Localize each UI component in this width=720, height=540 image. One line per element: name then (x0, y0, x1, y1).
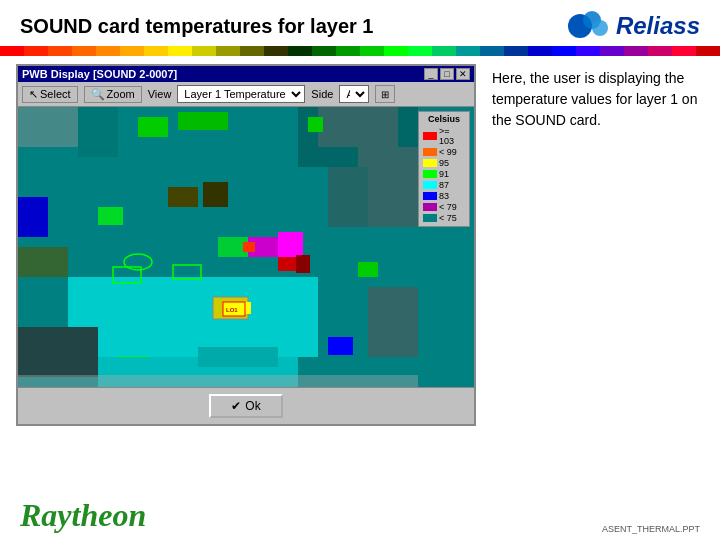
raytheon-logo: Raytheon (20, 497, 146, 534)
pcb-svg: LO1 (18, 107, 474, 387)
svg-rect-15 (68, 277, 318, 357)
pwb-bottom-bar: ✔ Ok (18, 387, 474, 424)
titlebar-buttons: _ □ ✕ (424, 68, 470, 80)
logo-circles (568, 10, 612, 42)
svg-rect-32 (308, 117, 323, 132)
legend-label-4: 91 (439, 169, 449, 179)
legend-color-6 (423, 192, 437, 200)
svg-rect-8 (178, 112, 228, 130)
svg-text:LO1: LO1 (226, 307, 238, 313)
pcb-display-area: LO1 (18, 107, 474, 387)
legend-color-4 (423, 170, 437, 178)
pwb-toolbar: ↖ Select 🔍 Zoom View Layer 1 Temperature… (18, 82, 474, 107)
zoom-icon: 🔍 (91, 88, 105, 101)
legend-label-8: < 75 (439, 213, 457, 223)
svg-point-2 (592, 20, 608, 36)
svg-rect-5 (18, 107, 78, 147)
logo-graphic (568, 10, 612, 42)
svg-rect-6 (78, 107, 118, 157)
legend-label-2: < 99 (439, 147, 457, 157)
legend-color-7 (423, 203, 437, 211)
legend-color-3 (423, 159, 437, 167)
svg-rect-35 (198, 347, 278, 367)
close-button[interactable]: ✕ (456, 68, 470, 80)
side-select[interactable]: A (339, 85, 369, 103)
legend-label-6: 83 (439, 191, 449, 201)
divider-bar (0, 46, 720, 56)
svg-rect-36 (278, 257, 296, 271)
legend-item-6: 83 (423, 191, 465, 201)
color-legend: Celsius >= 103 < 99 95 91 (418, 111, 470, 227)
reliass-logo: Reliass (568, 10, 700, 42)
svg-rect-28 (328, 337, 353, 355)
legend-title: Celsius (423, 114, 465, 124)
legend-item-8: < 75 (423, 213, 465, 223)
side-label: Side (311, 88, 333, 100)
page-header: SOUND card temperatures for layer 1 Reli… (0, 0, 720, 46)
svg-rect-16 (168, 187, 198, 207)
minimize-button[interactable]: _ (424, 68, 438, 80)
checkmark-icon: ✔ (231, 399, 241, 413)
legend-item-4: 91 (423, 169, 465, 179)
legend-item-1: >= 103 (423, 126, 465, 146)
legend-label-1: >= 103 (439, 126, 465, 146)
svg-rect-9 (18, 197, 48, 237)
legend-label-7: < 79 (439, 202, 457, 212)
legend-item-5: 87 (423, 180, 465, 190)
svg-rect-4 (318, 107, 398, 147)
view-label: View (148, 88, 172, 100)
pwb-window-title: PWB Display [SOUND 2-0007] (22, 68, 177, 80)
legend-item-7: < 79 (423, 202, 465, 212)
description-text: Here, the user is displaying the tempera… (492, 68, 704, 131)
svg-rect-19 (278, 232, 303, 257)
svg-rect-33 (243, 242, 255, 252)
svg-rect-37 (296, 255, 310, 273)
legend-color-8 (423, 214, 437, 222)
svg-rect-25 (173, 265, 201, 279)
legend-color-5 (423, 181, 437, 189)
svg-rect-17 (203, 182, 228, 207)
main-content: PWB Display [SOUND 2-0007] _ □ ✕ ↖ Selec… (0, 64, 720, 426)
grid-icon-button[interactable]: ⊞ (375, 85, 395, 103)
footer: Raytheon ASENT_THERMAL.PPT (0, 493, 720, 540)
maximize-button[interactable]: □ (440, 68, 454, 80)
svg-rect-30 (18, 327, 98, 377)
pwb-window: PWB Display [SOUND 2-0007] _ □ ✕ ↖ Selec… (16, 64, 476, 426)
svg-rect-12 (328, 167, 368, 227)
legend-item-3: 95 (423, 158, 465, 168)
page-title: SOUND card temperatures for layer 1 (20, 15, 373, 38)
logo-area: Reliass (568, 10, 700, 42)
svg-rect-13 (98, 207, 123, 225)
legend-label-5: 87 (439, 180, 449, 190)
svg-rect-10 (18, 247, 68, 277)
legend-color-2 (423, 148, 437, 156)
legend-color-1 (423, 132, 437, 140)
footer-filename: ASENT_THERMAL.PPT (602, 524, 700, 534)
svg-rect-31 (358, 262, 378, 277)
cursor-icon: ↖ (29, 88, 38, 101)
pwb-titlebar: PWB Display [SOUND 2-0007] _ □ ✕ (18, 66, 474, 82)
reliass-text: Reliass (616, 12, 700, 40)
svg-rect-38 (18, 375, 418, 387)
legend-item-2: < 99 (423, 147, 465, 157)
ok-button[interactable]: ✔ Ok (209, 394, 282, 418)
view-select[interactable]: Layer 1 Temperature (177, 85, 305, 103)
svg-rect-29 (368, 287, 418, 357)
right-panel: Here, the user is displaying the tempera… (492, 64, 704, 131)
zoom-button[interactable]: 🔍 Zoom (84, 86, 142, 103)
svg-rect-7 (138, 117, 168, 137)
legend-label-3: 95 (439, 158, 449, 168)
select-button[interactable]: ↖ Select (22, 86, 78, 103)
